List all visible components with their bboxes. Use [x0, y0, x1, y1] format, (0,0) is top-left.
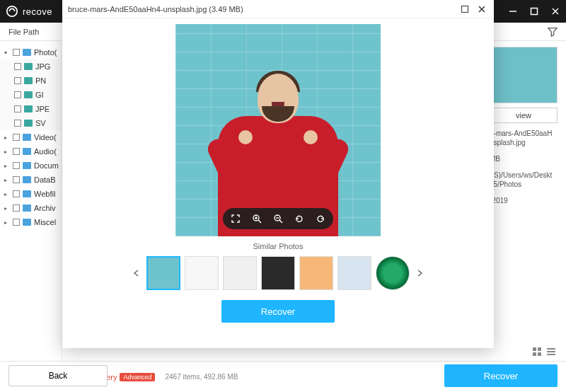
app-brand: recove — [23, 6, 52, 17]
folder-icon — [24, 63, 33, 70]
checkbox[interactable] — [13, 49, 20, 56]
svg-point-0 — [7, 6, 17, 16]
chevron-right-icon[interactable]: ▸ — [4, 177, 10, 183]
grid-view-icon[interactable] — [532, 347, 542, 357]
zoom-in-icon[interactable] — [251, 213, 262, 224]
folder-icon — [23, 204, 31, 212]
svg-rect-11 — [547, 354, 555, 355]
thumbnail[interactable] — [376, 256, 410, 290]
thumbnail[interactable] — [223, 256, 257, 290]
thumbnail[interactable] — [261, 256, 295, 290]
folder-icon — [24, 105, 33, 113]
checkbox[interactable] — [13, 190, 20, 197]
tree-item-audio[interactable]: ▸Audio( — [0, 144, 62, 158]
checkbox[interactable] — [13, 134, 20, 141]
fit-screen-icon[interactable] — [230, 213, 241, 224]
preview-controls — [223, 208, 333, 229]
minimize-button[interactable] — [508, 6, 518, 16]
tree-item-misc[interactable]: ▸Miscel — [0, 215, 62, 229]
chevron-right-icon[interactable]: ▸ — [4, 191, 10, 197]
checkbox[interactable] — [14, 91, 21, 98]
list-view-icon[interactable] — [546, 347, 556, 357]
tree-item-png[interactable]: PN — [0, 74, 62, 88]
tree-item-database[interactable]: ▸DataB — [0, 173, 62, 187]
preview-modal: bruce-mars-AndE50aaHn4-unsplash.jpg (3.4… — [62, 0, 494, 348]
tree-label: Photo( — [34, 48, 57, 57]
close-button[interactable] — [550, 6, 560, 16]
tree-item-archive[interactable]: ▸Archiv — [0, 201, 62, 215]
next-thumb-button[interactable] — [414, 267, 425, 279]
tree-item-video[interactable]: ▸Video( — [0, 130, 62, 144]
chevron-right-icon[interactable]: ▸ — [4, 134, 10, 141]
window-controls — [508, 6, 560, 16]
rotate-left-icon[interactable] — [294, 213, 305, 224]
svg-rect-2 — [531, 8, 538, 15]
modal-maximize-button[interactable] — [458, 3, 471, 16]
tree-item-photo[interactable]: ▾ Photo( — [0, 45, 62, 59]
preview-image — [175, 24, 381, 236]
zoom-out-icon[interactable] — [272, 213, 284, 224]
folder-icon — [23, 219, 31, 226]
chevron-right-icon[interactable]: ▸ — [4, 149, 10, 155]
back-button[interactable]: Back — [8, 365, 108, 386]
svg-rect-12 — [462, 6, 468, 12]
info-thumbnail — [490, 47, 558, 103]
filepath-label: File Path — [8, 28, 39, 36]
checkbox[interactable] — [13, 148, 20, 155]
folder-icon — [24, 91, 33, 98]
thumbnail[interactable] — [299, 256, 333, 290]
chevron-right-icon[interactable]: ▸ — [4, 219, 10, 226]
checkbox[interactable] — [13, 162, 20, 169]
maximize-button[interactable] — [529, 6, 539, 16]
svg-rect-9 — [547, 348, 555, 350]
folder-icon — [23, 134, 31, 141]
tree-item-webfiles[interactable]: ▸Webfil — [0, 187, 62, 201]
tree-item-jpg[interactable]: JPG — [0, 59, 62, 74]
tree-item-gif[interactable]: GI — [0, 88, 62, 102]
folder-icon — [23, 148, 31, 155]
checkbox[interactable] — [13, 219, 20, 226]
sidebar: ▾ Photo( JPG PN GI JPE SV ▸Video( ▸Audio… — [0, 41, 62, 361]
svg-line-16 — [258, 220, 261, 223]
svg-line-20 — [279, 220, 282, 223]
thumbnail[interactable] — [337, 256, 371, 290]
chevron-right-icon[interactable]: ▸ — [4, 205, 10, 212]
view-button[interactable]: view — [490, 108, 558, 123]
folder-icon — [23, 190, 31, 197]
rotate-right-icon[interactable] — [315, 213, 326, 224]
svg-rect-6 — [538, 347, 541, 351]
checkbox[interactable] — [14, 120, 21, 127]
app-logo-icon — [6, 5, 18, 18]
prev-thumb-button[interactable] — [131, 267, 142, 279]
info-date: -2019 — [490, 196, 558, 205]
tree-item-jpeg[interactable]: JPE — [0, 102, 62, 116]
tree-item-document[interactable]: ▸Docum — [0, 158, 62, 173]
folder-icon — [24, 120, 33, 127]
folder-icon — [24, 77, 33, 84]
tree-item-svg[interactable]: SV — [0, 116, 62, 130]
svg-rect-7 — [533, 352, 536, 356]
similar-photos-label: Similar Photos — [62, 239, 494, 253]
folder-icon — [23, 49, 31, 56]
modal-recover-button[interactable]: Recover — [221, 300, 335, 323]
info-path: FS)/Users/ws/Deskt 85/Photos — [490, 171, 558, 189]
chevron-right-icon[interactable]: ▸ — [4, 163, 10, 169]
checkbox[interactable] — [13, 204, 20, 212]
checkbox[interactable] — [14, 105, 21, 113]
filter-icon[interactable] — [548, 27, 558, 37]
modal-title: bruce-mars-AndE50aaHn4-unsplash.jpg (3.4… — [68, 5, 243, 13]
checkbox[interactable] — [14, 63, 21, 70]
info-filename: e-mars-AndE50aaH nsplash.jpg — [490, 129, 558, 147]
recover-button[interactable]: Recover — [444, 364, 558, 387]
modal-close-button[interactable] — [475, 3, 488, 16]
info-panel: view e-mars-AndE50aaH nsplash.jpg MB FS)… — [490, 47, 558, 212]
chevron-down-icon[interactable]: ▾ — [4, 50, 10, 56]
folder-icon — [23, 162, 31, 169]
checkbox[interactable] — [14, 77, 21, 84]
thumbnail[interactable] — [146, 256, 180, 290]
modal-header: bruce-mars-AndE50aaHn4-unsplash.jpg (3.4… — [62, 0, 494, 18]
view-toggle — [532, 347, 556, 357]
svg-rect-10 — [547, 351, 555, 352]
thumbnail[interactable] — [185, 256, 219, 290]
checkbox[interactable] — [13, 176, 20, 183]
